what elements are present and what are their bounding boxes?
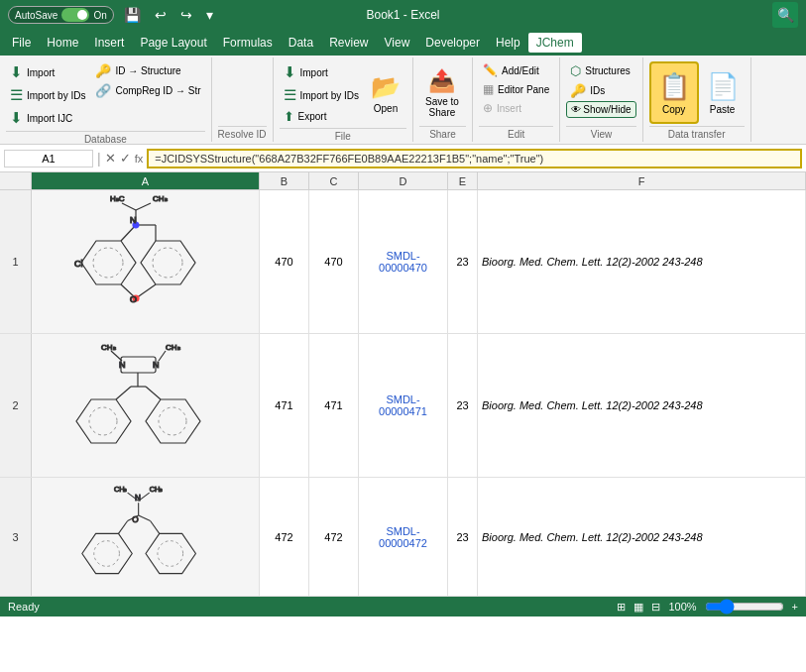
ids-button[interactable]: 🔑 IDs [566,81,635,100]
add-edit-button[interactable]: ✏️ Add/Edit [479,61,553,79]
save-to-share-button[interactable]: 📤 Save to Share [419,61,465,124]
zoom-in-icon[interactable]: + [792,601,798,613]
copy-icon: 📋 [658,71,690,102]
col-header-c[interactable]: C [309,172,359,189]
svg-line-37 [150,520,159,533]
autosave-badge[interactable]: AutoSave On [8,6,114,24]
insert-button[interactable]: ⊕ Insert [479,99,553,117]
cell-e2[interactable]: 23 [448,334,478,477]
svg-marker-20 [146,399,200,443]
cell-c3[interactable]: 472 [309,478,359,596]
import-by-ids-button[interactable]: ☰ Import by IDs [6,84,89,106]
editor-pane-button[interactable]: ▦ Editor Pane [479,80,553,98]
compreg-id-button[interactable]: 🔗 CompReg ID → Str [91,81,204,100]
page-break-icon[interactable]: ⊟ [651,601,660,614]
redo-icon[interactable]: ↪ [176,5,196,25]
id-structure-button[interactable]: 🔑 ID → Structure [91,61,204,80]
share-group-label: Share [419,126,466,140]
cell-d3[interactable]: SMDL-00000472 [359,478,448,596]
menu-file[interactable]: File [4,33,39,53]
cell-d1[interactable]: SMDL-00000470 [359,190,448,333]
insert-icon: ⊕ [483,101,493,115]
view-group-content: ⬡ Structures 🔑 IDs 👁 Show/Hide [566,61,635,124]
cell-f1[interactable]: Bioorg. Med. Chem. Lett. 12(2)-2002 243-… [478,190,806,333]
formula-function-icon[interactable]: fx [135,153,144,165]
menu-review[interactable]: Review [321,33,376,53]
show-hide-button[interactable]: 👁 Show/Hide [566,101,635,118]
row-num-2: 2 [0,334,32,477]
svg-text:CH₃: CH₃ [149,485,163,494]
menu-page-layout[interactable]: Page Layout [132,33,214,53]
normal-view-icon[interactable]: ▦ [633,601,643,614]
import-by-ids-label: Import by IDs [27,90,85,101]
show-hide-icon: 👁 [571,104,581,115]
col-header-b[interactable]: B [260,172,309,189]
cell-f2[interactable]: Bioorg. Med. Chem. Lett. 12(2)-2002 243-… [478,334,806,477]
save-icon[interactable]: 💾 [120,5,145,25]
menu-developer[interactable]: Developer [417,33,488,53]
file-export-button[interactable]: ⬆ Export [280,107,363,126]
compreg-label: CompReg ID → Str [115,85,200,96]
page-layout-icon[interactable]: ⊞ [617,601,626,614]
import-icon: ⬇ [10,63,23,81]
formula-cancel-icon[interactable]: ✕ [105,151,116,166]
menu-formulas[interactable]: Formulas [215,33,281,53]
cell-e3[interactable]: 23 [448,478,478,596]
menu-home[interactable]: Home [39,33,86,53]
file-import-ids-label: Import by IDs [300,90,359,101]
svg-text:CH₃: CH₃ [166,343,180,352]
cell-c1[interactable]: 470 [309,190,359,333]
cell-a1[interactable]: Cl CH₃ H₃C N O [32,190,260,333]
cell-f3[interactable]: Bioorg. Med. Chem. Lett. 12(2)-2002 243-… [478,478,806,596]
customize-icon[interactable]: ▾ [202,5,217,25]
ribbon-group-view: ⬡ Structures 🔑 IDs 👁 Show/Hide View [560,57,642,142]
status-ready: Ready [8,601,40,613]
menu-bar: File Home Insert Page Layout Formulas Da… [0,30,806,56]
open-button[interactable]: 📂 Open [365,61,406,126]
cell-b1[interactable]: 470 [260,190,309,333]
copy-button[interactable]: 📋 Copy [649,61,699,124]
cell-b2[interactable]: 471 [260,334,309,477]
name-box[interactable] [4,150,93,168]
search-button[interactable]: 🔍 [772,2,798,28]
formula-input[interactable] [147,149,802,168]
svg-line-36 [118,520,127,533]
cell-b3[interactable]: 472 [260,478,309,596]
menu-data[interactable]: Data [281,33,321,53]
cell-e1[interactable]: 23 [448,190,478,333]
table-row: 3 O N [0,478,806,597]
cell-d2[interactable]: SMDL-00000471 [359,334,448,477]
col-header-e[interactable]: E [448,172,478,189]
save-share-icon: 📤 [428,68,455,94]
database-col-2: 🔑 ID → Structure 🔗 CompReg ID → Str [91,61,204,100]
import-ijc-button[interactable]: ⬇ Import IJC [6,107,89,129]
cell-a3[interactable]: O N CH₃ CH₃ [32,478,260,596]
col-header-d[interactable]: D [359,172,448,189]
menu-jchem[interactable]: JChem [528,33,582,53]
database-col-1: ⬇ Import ☰ Import by IDs ⬇ Import IJC [6,61,89,129]
col-header-f[interactable]: F [478,172,806,189]
import-button[interactable]: ⬇ Import [6,61,89,83]
database-group-content: ⬇ Import ☰ Import by IDs ⬇ Import IJC 🔑 … [6,61,205,129]
cell-c2[interactable]: 471 [309,334,359,477]
id-structure-label: ID → Structure [115,65,180,76]
database-group-label: Database [6,131,205,145]
undo-icon[interactable]: ↩ [151,5,171,25]
menu-help[interactable]: Help [488,33,528,53]
file-import-button[interactable]: ⬇ Import [280,61,363,83]
compreg-icon: 🔗 [95,83,111,98]
import-ijc-icon: ⬇ [10,109,23,127]
col-header-a[interactable]: A [32,172,260,189]
file-import-ids-button[interactable]: ☰ Import by IDs [280,84,363,106]
cell-a2[interactable]: N N CH₃ CH₃ [32,334,260,477]
structures-button[interactable]: ⬡ Structures [566,61,635,80]
menu-insert[interactable]: Insert [86,33,132,53]
zoom-slider[interactable] [705,599,784,615]
share-group-content: 📤 Save to Share [419,61,466,124]
formula-confirm-icon[interactable]: ✓ [120,151,131,166]
svg-line-22 [146,387,161,399]
autosave-toggle[interactable] [61,8,89,22]
menu-view[interactable]: View [377,33,418,53]
ribbon: ⬇ Import ☰ Import by IDs ⬇ Import IJC 🔑 … [0,56,806,145]
paste-button[interactable]: 📄 Paste [701,61,745,124]
